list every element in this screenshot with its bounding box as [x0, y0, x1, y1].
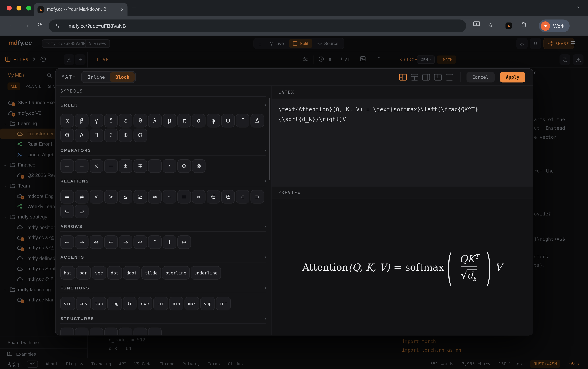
share-button[interactable]: SHARE	[543, 38, 574, 49]
symbol-button[interactable]: +	[60, 159, 74, 173]
symbol-button[interactable]: =	[60, 190, 74, 204]
mode-split[interactable]: Split	[289, 39, 313, 48]
section-header[interactable]: ARROWS▾	[60, 224, 266, 229]
symbol-button[interactable]: ⊇	[75, 205, 89, 218]
symbol-button[interactable]	[134, 328, 147, 335]
browser-tab[interactable]: md mdfy.cc -- Your Markdown, B ×	[34, 3, 128, 16]
symbol-button[interactable]: ddot	[123, 266, 140, 280]
symbol-button[interactable]: Λ	[75, 129, 89, 142]
minimize-window-button[interactable]	[17, 5, 21, 10]
symbol-button[interactable]: log	[107, 297, 122, 310]
ai-sparkle-icon[interactable]: ✦	[340, 57, 343, 61]
section-header[interactable]: OPERATORS▾	[60, 148, 266, 153]
symbol-button[interactable]: ≡	[177, 190, 191, 204]
apply-button[interactable]: Apply	[500, 72, 525, 82]
symbol-button[interactable]: Φ	[119, 129, 132, 142]
symbol-button[interactable]: σ	[192, 114, 206, 128]
symbol-button[interactable]: Ω	[134, 129, 147, 142]
import-button[interactable]	[64, 54, 74, 65]
symbol-button[interactable]: ∝	[192, 190, 206, 204]
tab-block[interactable]: Block	[110, 72, 135, 82]
layout-columns-icon[interactable]	[422, 73, 430, 80]
history-clock-icon[interactable]	[318, 56, 324, 62]
doc-slug-pill[interactable]: mdfy.cc/uFB8VaNB	[42, 39, 89, 48]
symbol-button[interactable]: hat	[60, 266, 75, 280]
symbol-button[interactable]: Γ	[236, 114, 249, 128]
mode-live[interactable]: ◎Live	[265, 39, 288, 48]
tab-all[interactable]: ALL	[8, 82, 21, 90]
section-header[interactable]: RELATIONS▾	[60, 179, 266, 183]
export-button[interactable]	[573, 54, 584, 65]
symbol-button[interactable]: inf	[216, 297, 231, 310]
symbol-button[interactable]: sup	[200, 297, 215, 310]
symbol-button[interactable]: π	[177, 114, 191, 128]
address-bar[interactable]: mdfy.cc/?doc=uFB8VaNB	[49, 20, 466, 32]
symbol-button[interactable]: lim	[153, 297, 168, 310]
theme-sun-icon[interactable]: ☼	[516, 38, 528, 49]
symbol-button[interactable]: >	[104, 190, 118, 204]
footer-link[interactable]: Plugins	[66, 361, 84, 366]
panel-icon[interactable]	[5, 57, 10, 62]
layout-sidebar-split-icon[interactable]	[399, 73, 407, 80]
symbol-button[interactable]: tilde	[141, 266, 161, 280]
layout-top-split-icon[interactable]	[434, 73, 441, 80]
symbol-button[interactable]: bar	[76, 266, 91, 280]
symbol-button[interactable]: ↑	[148, 236, 162, 249]
symbol-button[interactable]: ∉	[221, 190, 235, 204]
symbol-button[interactable]: Π	[90, 129, 103, 142]
latex-code[interactable]: \text{Attention}(Q, K, V) = \text{softma…	[278, 104, 484, 124]
help-icon[interactable]: ?	[41, 57, 46, 62]
symbol-button[interactable]: ±	[119, 159, 132, 173]
symbol-button[interactable]: ←	[60, 236, 74, 249]
symbol-button[interactable]: →	[75, 236, 89, 249]
symbol-button[interactable]: ⇐	[104, 236, 118, 249]
symbol-button[interactable]: ↦	[177, 236, 191, 249]
tab-close-icon[interactable]: ×	[121, 7, 124, 12]
layout-rows-icon[interactable]	[410, 73, 418, 80]
symbol-button[interactable]: μ	[163, 114, 176, 128]
symbol-button[interactable]: ∘	[163, 159, 176, 173]
refresh-icon[interactable]: ⟳	[32, 56, 36, 62]
sliders-icon[interactable]	[302, 57, 308, 62]
symbol-button[interactable]	[148, 328, 162, 335]
symbol-button[interactable]: α	[60, 114, 74, 128]
md-extension-icon[interactable]: md	[506, 23, 512, 29]
symbol-button[interactable]: ⋅	[148, 159, 162, 173]
shared-with-me-section[interactable]: Shared with me	[0, 337, 87, 348]
symbol-button[interactable]: Σ	[104, 129, 118, 142]
symbol-button[interactable]: ↔	[90, 236, 103, 249]
symbol-button[interactable]: φ	[207, 114, 220, 128]
bookmark-star-icon[interactable]: ☆	[488, 21, 494, 29]
scrollbar-thumb[interactable]	[269, 98, 270, 180]
back-icon[interactable]: ←	[9, 21, 15, 29]
list-icon[interactable]: ≡	[329, 56, 332, 62]
symbol-button[interactable]: ⊃	[251, 190, 264, 204]
forward-icon[interactable]: →	[23, 21, 30, 29]
symbol-button[interactable]: ∈	[207, 190, 220, 204]
footer-link[interactable]: Chrome	[160, 361, 175, 366]
symbol-button[interactable]	[60, 328, 74, 335]
symbol-button[interactable]: Θ	[60, 129, 74, 142]
copy-button[interactable]	[560, 54, 570, 65]
section-header[interactable]: GREEK▾	[60, 103, 266, 107]
symbol-button[interactable]: β	[75, 114, 89, 128]
layout-single-icon[interactable]	[445, 73, 453, 80]
symbol-button[interactable]: dot	[107, 266, 122, 280]
symbol-button[interactable]: min	[169, 297, 184, 310]
symbol-button[interactable]: <	[90, 190, 103, 204]
close-window-button[interactable]	[7, 5, 12, 10]
symbol-button[interactable]: −	[75, 159, 89, 173]
symbol-button[interactable]: ⊗	[192, 159, 206, 173]
tab-search-chevron-icon[interactable]: ⌄	[576, 3, 580, 9]
symbol-button[interactable]	[104, 328, 118, 335]
symbol-button[interactable]: ↓	[163, 236, 176, 249]
cancel-button[interactable]: Cancel	[466, 72, 495, 82]
symbol-button[interactable]: ln	[123, 297, 136, 310]
symbol-button[interactable]	[75, 328, 89, 335]
footer-link[interactable]: VS Code	[134, 361, 152, 366]
reload-icon[interactable]: ⟳	[38, 21, 42, 28]
symbol-button[interactable]: ⊆	[60, 205, 74, 218]
symbol-button[interactable]: λ	[148, 114, 162, 128]
symbol-button[interactable]: ⇔	[134, 236, 147, 249]
footer-link[interactable]: Terms	[208, 361, 220, 366]
